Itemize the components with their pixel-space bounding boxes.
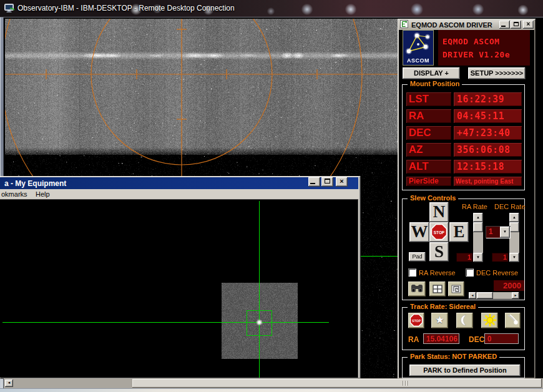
equipment-titlebar[interactable]: a - My Equipment: [0, 177, 358, 189]
ra-reverse-checkbox[interactable]: [408, 268, 416, 277]
az-value: 356:06:08: [454, 143, 522, 157]
dec-rate-thumb[interactable]: [509, 222, 519, 232]
led-line1: EQMOD ASCOM: [443, 35, 530, 48]
spiral-scrollbar[interactable]: ◄ ►: [469, 292, 519, 299]
session-horizontal-scrollbar[interactable]: ◄: [4, 378, 543, 388]
track-rate-title: Track Rate: Sidereal: [408, 303, 478, 310]
equipment-window-title: a - My Equipment: [4, 179, 66, 188]
ra-rate-value: 1: [456, 253, 472, 262]
spiral-icon: [451, 285, 461, 293]
svg-text:STOP: STOP: [434, 230, 445, 235]
pierside-value: West, pointing East: [454, 177, 522, 186]
spiral-limit-field[interactable]: 2000: [494, 280, 524, 291]
alt-label: ALT: [406, 160, 451, 174]
minimize-icon[interactable]: [308, 177, 320, 187]
park-status-group: Park Status: NOT PARKED PARK to Defined …: [402, 357, 525, 378]
track-lunar-button[interactable]: [456, 313, 473, 328]
track-custom-button[interactable]: [505, 313, 521, 328]
guide-crosshair-horizontal: [2, 322, 329, 323]
rdp-window-title: Observatory-IBM - IBM-DESKTOP - Remote D…: [17, 4, 235, 12]
dec-rate-value: 1: [492, 253, 508, 262]
window-bottom-border: [0, 388, 543, 392]
lst-value: 16:22:39: [454, 92, 522, 106]
spiral-path-button[interactable]: [448, 282, 464, 296]
scroll-left-icon[interactable]: ◄: [5, 380, 13, 387]
slew-controls-title: Slew Controls: [408, 194, 458, 202]
rate-preset-combo[interactable]: 1 ▼: [486, 226, 511, 238]
equipment-menubar: okmarks Help: [0, 189, 358, 199]
ra-value: 04:45:11: [454, 109, 522, 123]
pierside-label: PierSide: [406, 177, 451, 186]
dec-rate-label: DEC Rate: [494, 203, 526, 210]
ascom-logo-label: ASCOM: [403, 57, 433, 64]
close-icon[interactable]: ×: [523, 21, 534, 29]
menu-bookmarks[interactable]: okmarks: [1, 190, 27, 198]
remote-desktop-window: Observatory-IBM - IBM-DESKTOP - Remote D…: [0, 0, 543, 392]
track-sidereal-button[interactable]: ★: [431, 313, 448, 328]
guide-view: [0, 199, 358, 378]
remote-desktop-icon: [4, 3, 15, 14]
slew-west-button[interactable]: W: [409, 222, 429, 242]
track-stop-button[interactable]: STOP: [408, 313, 424, 328]
track-dec-field[interactable]: 0: [484, 333, 519, 344]
park-status-title: Park Status: NOT PARKED: [408, 353, 499, 360]
park-button[interactable]: PARK to Defined Position: [409, 365, 521, 376]
alt-value: 12:15:18: [454, 160, 522, 174]
mount-position-group: Mount Position LST 16:22:39 RA 04:45:11 …: [402, 84, 525, 190]
scroll-right-icon[interactable]: ►: [512, 292, 519, 299]
menu-help[interactable]: Help: [36, 190, 50, 198]
scroll-left-icon[interactable]: ◄: [469, 292, 476, 299]
grid-icon: [433, 285, 443, 293]
scroll-up-icon[interactable]: ▲: [509, 213, 519, 222]
track-ra-label: RA: [408, 335, 419, 344]
binoculars-icon: [410, 283, 424, 294]
scroll-up-icon[interactable]: ▲: [473, 213, 483, 222]
minimize-icon[interactable]: [499, 21, 510, 29]
spiral-scroll-thumb[interactable]: [477, 292, 493, 299]
slew-controls-group: Slew Controls N W STOP E S Pad RA Rate D…: [402, 198, 525, 300]
display-button[interactable]: DISPLAY +: [403, 67, 460, 79]
dec-value: +47:23:40: [454, 126, 522, 140]
slew-south-button[interactable]: S: [429, 242, 449, 262]
maximize-icon[interactable]: [511, 21, 521, 29]
mount-position-title: Mount Position: [408, 80, 462, 87]
rdp-titlebar[interactable]: Observatory-IBM - IBM-DESKTOP - Remote D…: [0, 0, 543, 17]
guide-crosshair-vertical: [259, 201, 260, 378]
maximize-icon[interactable]: [321, 177, 333, 187]
combo-dropdown-icon[interactable]: ▼: [500, 227, 510, 238]
scrollbar-thumb[interactable]: [132, 379, 542, 388]
eqmod-led-banner: EQMOD ASCOM DRIVER V1.20e: [438, 30, 530, 66]
dec-rate-scrollbar[interactable]: ▲ ▼: [509, 213, 519, 262]
setup-button[interactable]: SETUP >>>>>>>: [468, 67, 526, 79]
ra-reverse-label: RA Reverse: [419, 269, 456, 277]
close-icon[interactable]: ×: [336, 177, 348, 187]
slew-north-button[interactable]: N: [429, 202, 449, 222]
dec-label: DEC: [406, 126, 451, 140]
my-equipment-window: a - My Equipment × okmarks Help: [0, 176, 361, 379]
eqmod-window-title: EQMOD ASCOM DRIVER: [411, 21, 492, 29]
lst-label: LST: [406, 92, 451, 106]
stop-octagon-icon: STOP: [409, 313, 423, 327]
dec-reverse-label: DEC Reverse: [476, 269, 518, 277]
track-solar-button[interactable]: [481, 313, 498, 328]
track-dec-label: DEC: [469, 335, 484, 344]
scroll-down-icon[interactable]: ▼: [509, 253, 519, 262]
stop-octagon-icon: STOP: [431, 223, 448, 240]
dec-reverse-checkbox[interactable]: [466, 268, 474, 277]
window-grid-button[interactable]: [429, 282, 446, 296]
comet-icon: [507, 314, 519, 326]
ra-rate-scrollbar[interactable]: ▲ ▼: [473, 213, 483, 262]
eqmod-window: EQMOD ASCOM DRIVER × ASCOM EQMOD ASCOM D…: [398, 19, 536, 379]
pad-button[interactable]: Pad: [409, 252, 426, 262]
spiral-search-button[interactable]: [408, 282, 426, 296]
green-crosshair-segment: [361, 256, 398, 257]
track-ra-field[interactable]: 15.04106: [423, 333, 459, 344]
slew-east-button[interactable]: E: [449, 222, 469, 242]
led-line2: DRIVER V1.20e: [443, 48, 530, 61]
az-label: AZ: [406, 143, 451, 157]
scroll-down-icon[interactable]: ▼: [473, 253, 483, 262]
slew-stop-button[interactable]: STOP: [429, 222, 449, 242]
guide-star: [256, 319, 263, 326]
rate-preset-value: 1: [489, 227, 493, 236]
ra-rate-thumb[interactable]: [473, 222, 483, 232]
